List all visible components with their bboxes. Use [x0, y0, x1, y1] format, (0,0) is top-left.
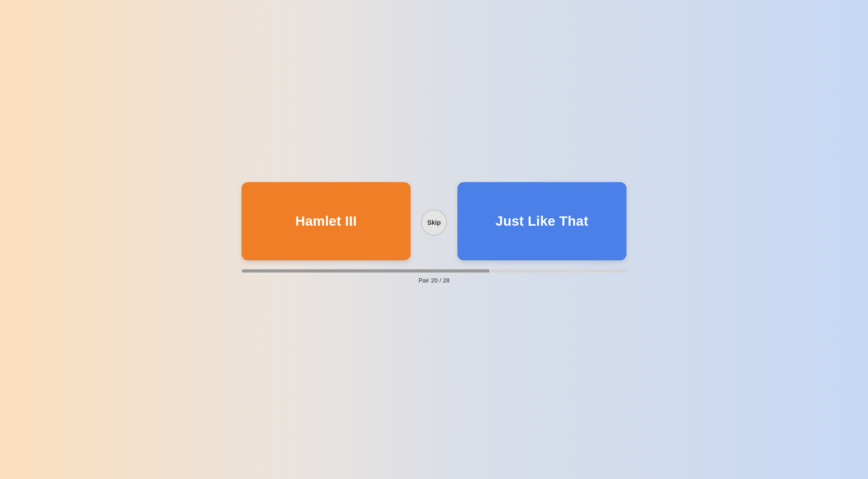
progress-label: Pair 20 / 28	[418, 277, 450, 284]
choice-left-label: Hamlet III	[296, 214, 357, 229]
choice-right-label: Just Like That	[496, 214, 588, 229]
skip-button[interactable]: Skip	[421, 210, 447, 236]
progress-section: Pair 20 / 28	[242, 269, 626, 284]
pair-row: Hamlet III Skip Just Like That	[242, 182, 626, 260]
comparison-stage: Hamlet III Skip Just Like That Pair 20 /…	[242, 182, 626, 284]
progress-track	[242, 269, 626, 273]
progress-fill	[242, 269, 489, 273]
skip-button-label: Skip	[427, 219, 441, 226]
choice-right-card[interactable]: Just Like That	[457, 182, 626, 260]
choice-left-card[interactable]: Hamlet III	[242, 182, 411, 260]
